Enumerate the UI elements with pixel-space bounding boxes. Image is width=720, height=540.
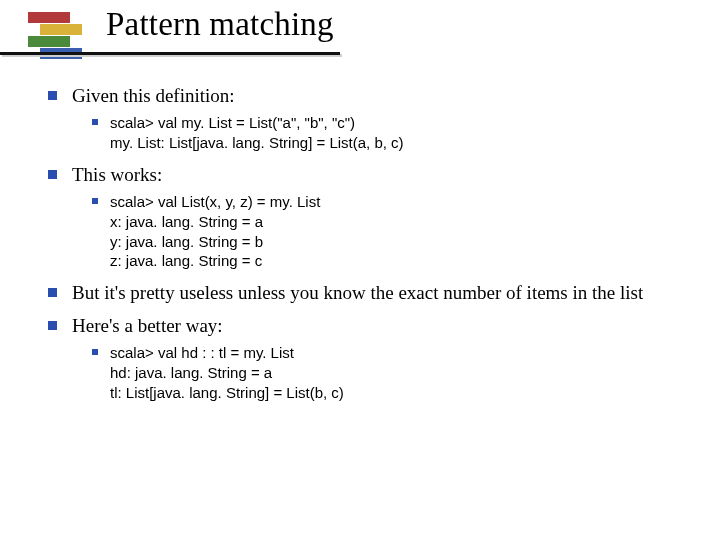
bullet: Given this definition: scala> val my. Li… [42, 84, 696, 153]
code-line: tl: List[java. lang. String] = List(b, c… [110, 383, 696, 403]
bullet-text: Given this definition: [72, 85, 235, 106]
code-line: z: java. lang. String = c [110, 251, 696, 271]
slide-body: Given this definition: scala> val my. Li… [42, 84, 696, 413]
bullet: Here's a better way: scala> val hd : : t… [42, 314, 696, 403]
bullet: But it's pretty useless unless you know … [42, 281, 696, 304]
sub-bullet: scala> val List(x, y, z) = my. List x: j… [72, 192, 696, 271]
slide-title: Pattern matching [106, 6, 334, 43]
code-line: scala> val hd : : tl = my. List [110, 343, 696, 363]
code-line: scala> val my. List = List("a", "b", "c"… [110, 113, 696, 133]
code-line: y: java. lang. String = b [110, 232, 696, 252]
code-line: scala> val List(x, y, z) = my. List [110, 192, 696, 212]
bullet-text: Here's a better way: [72, 315, 223, 336]
bullet-text: This works: [72, 164, 162, 185]
code-line: x: java. lang. String = a [110, 212, 696, 232]
title-underline [0, 52, 340, 55]
bullet-text: But it's pretty useless unless you know … [72, 282, 643, 303]
sub-bullet: scala> val my. List = List("a", "b", "c"… [72, 113, 696, 153]
code-line: my. List: List[java. lang. String] = Lis… [110, 133, 696, 153]
code-line: hd: java. lang. String = a [110, 363, 696, 383]
slide: Pattern matching Given this definition: … [0, 0, 720, 540]
sub-bullet: scala> val hd : : tl = my. List hd: java… [72, 343, 696, 402]
bullet: This works: scala> val List(x, y, z) = m… [42, 163, 696, 271]
